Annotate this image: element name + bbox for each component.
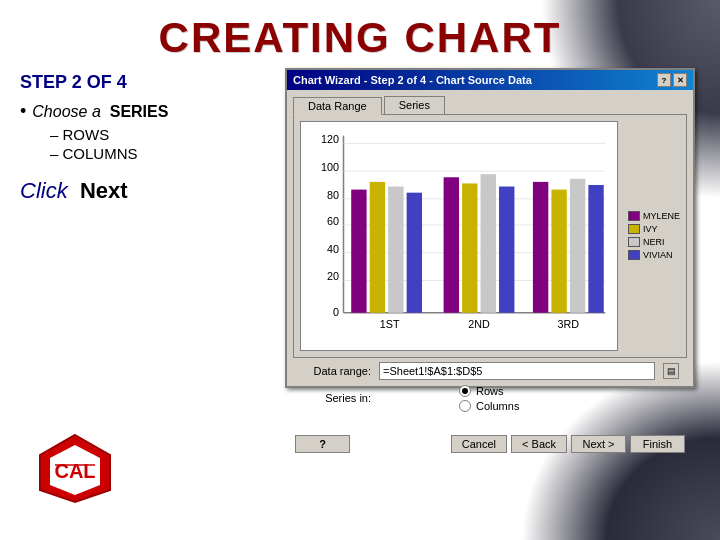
next-button[interactable]: Next > — [571, 435, 626, 453]
data-range-input[interactable] — [379, 362, 655, 380]
radio-columns-label: Columns — [476, 400, 519, 412]
legend-color-mylene — [628, 211, 640, 221]
finish-button[interactable]: Finish — [630, 435, 685, 453]
radio-rows-circle[interactable] — [459, 385, 471, 397]
legend-color-vivian — [628, 250, 640, 260]
svg-text:3RD: 3RD — [558, 318, 580, 330]
main-title: CREATING CHART — [0, 14, 720, 62]
bullet-item: • Choose a SERIES — [20, 101, 290, 122]
sub-item-columns: – COLUMNS — [50, 145, 290, 162]
svg-rect-22 — [407, 193, 422, 313]
svg-rect-26 — [499, 187, 514, 313]
svg-rect-28 — [551, 190, 566, 313]
legend-label-mylene: MYLENE — [643, 211, 680, 221]
svg-text:2ND: 2ND — [468, 318, 490, 330]
svg-text:20: 20 — [327, 270, 339, 282]
data-range-picker-btn[interactable]: ▤ — [663, 363, 679, 379]
legend-label-ivy: IVY — [643, 224, 658, 234]
data-range-label: Data range: — [301, 365, 371, 377]
legend-color-neri — [628, 237, 640, 247]
help-button[interactable]: ? — [295, 435, 350, 453]
step-label: STEP 2 OF 4 — [20, 72, 290, 93]
tab-bar: Data Range Series — [293, 96, 687, 114]
svg-text:80: 80 — [327, 189, 339, 201]
back-button[interactable]: < Back — [511, 435, 567, 453]
chart-svg: 120 100 80 60 40 20 0 — [305, 126, 613, 346]
svg-rect-25 — [481, 174, 496, 313]
svg-text:120: 120 — [321, 133, 339, 145]
svg-text:1ST: 1ST — [380, 318, 400, 330]
svg-text:0: 0 — [333, 306, 339, 318]
slide: CREATING CHART STEP 2 OF 4 • Choose a SE… — [0, 0, 720, 540]
dialog-buttons: ? Cancel < Back Next > Finish — [287, 431, 693, 459]
legend-neri: NERI — [628, 237, 680, 247]
svg-rect-24 — [462, 183, 477, 312]
chart-area: 120 100 80 60 40 20 0 — [300, 121, 618, 351]
dialog-bottom: Data range: ▤ Series in: Rows Columns — [293, 358, 687, 421]
svg-text:CAL: CAL — [54, 460, 95, 482]
dialog-body: Data Range Series 120 100 8 — [287, 90, 693, 427]
series-in-label: Series in: — [301, 392, 371, 404]
tab-data-range[interactable]: Data Range — [293, 97, 382, 115]
radio-rows[interactable]: Rows — [459, 385, 519, 397]
content-area: STEP 2 OF 4 • Choose a SERIES – ROWS – C… — [20, 72, 290, 204]
legend-label-vivian: VIVIAN — [643, 250, 673, 260]
legend-ivy: IVY — [628, 224, 680, 234]
chart-wizard-dialog: Chart Wizard - Step 2 of 4 - Chart Sourc… — [285, 68, 695, 388]
data-range-row: Data range: ▤ — [301, 362, 679, 380]
title-area: CREATING CHART — [0, 14, 720, 62]
click-text: Click — [20, 178, 68, 203]
radio-group: Rows Columns — [459, 385, 519, 412]
sub-items: – ROWS – COLUMNS — [50, 126, 290, 162]
dialog-title: Chart Wizard - Step 2 of 4 - Chart Sourc… — [293, 74, 532, 86]
svg-rect-29 — [570, 179, 585, 313]
radio-columns-circle[interactable] — [459, 400, 471, 412]
svg-rect-30 — [588, 185, 603, 313]
radio-rows-label: Rows — [476, 385, 504, 397]
svg-rect-23 — [444, 177, 459, 313]
series-text: SERIES — [110, 103, 169, 120]
cancel-button[interactable]: Cancel — [451, 435, 507, 453]
svg-rect-21 — [388, 187, 403, 313]
sub-item-rows: – ROWS — [50, 126, 290, 143]
svg-rect-27 — [533, 182, 548, 313]
legend-mylene: MYLENE — [628, 211, 680, 221]
legend-vivian: VIVIAN — [628, 250, 680, 260]
dialog-help-btn[interactable]: ? — [657, 73, 671, 87]
choose-text: Choose a — [32, 103, 101, 120]
next-text: Next — [80, 178, 128, 203]
legend-color-ivy — [628, 224, 640, 234]
dialog-close-btn[interactable]: ✕ — [673, 73, 687, 87]
svg-text:40: 40 — [327, 243, 339, 255]
svg-rect-19 — [351, 190, 366, 313]
logo-area: CAL — [30, 430, 130, 510]
legend-label-neri: NERI — [643, 237, 665, 247]
tab-series[interactable]: Series — [384, 96, 445, 114]
titlebar-buttons: ? ✕ — [657, 73, 687, 87]
bullet-text: Choose a SERIES — [32, 103, 168, 121]
bullet-dot: • — [20, 101, 26, 122]
svg-rect-20 — [370, 182, 385, 313]
chart-legend: MYLENE IVY NERI VIVIAN — [624, 121, 680, 351]
click-next-instruction: Click Next — [20, 178, 290, 204]
action-buttons: Cancel < Back Next > Finish — [451, 435, 685, 453]
dialog-titlebar: Chart Wizard - Step 2 of 4 - Chart Sourc… — [287, 70, 693, 90]
series-in-row: Series in: Rows Columns — [301, 385, 679, 412]
cal-logo: CAL — [30, 430, 120, 505]
svg-text:60: 60 — [327, 215, 339, 227]
radio-columns[interactable]: Columns — [459, 400, 519, 412]
svg-text:100: 100 — [321, 161, 339, 173]
tab-content: 120 100 80 60 40 20 0 — [293, 114, 687, 358]
